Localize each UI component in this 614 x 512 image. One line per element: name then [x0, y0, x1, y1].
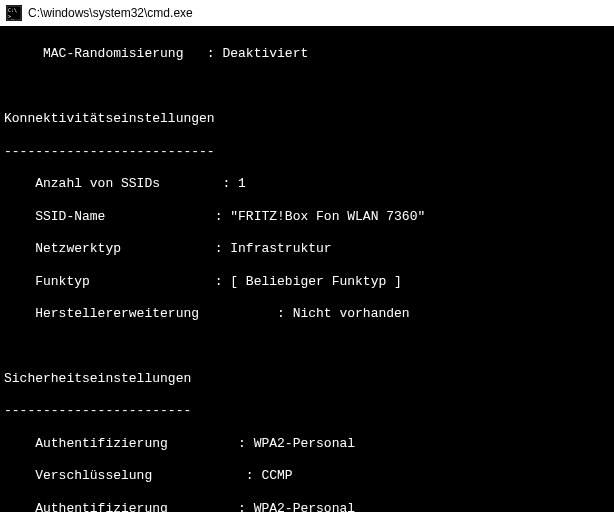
output-line: Anzahl von SSIDs : 1 — [4, 176, 610, 192]
output-line: ------------------------ — [4, 403, 610, 419]
output-line: SSID-Name : "FRITZ!Box Fon WLAN 7360" — [4, 209, 610, 225]
titlebar-title: C:\windows\system32\cmd.exe — [28, 6, 193, 20]
output-line: Funktyp : [ Beliebiger Funktyp ] — [4, 274, 610, 290]
svg-text:>_: >_ — [8, 13, 15, 20]
output-line: Authentifizierung : WPA2-Personal — [4, 501, 610, 512]
output-line — [4, 79, 610, 95]
output-line: --------------------------- — [4, 144, 610, 160]
output-line — [4, 339, 610, 355]
output-line: Verschlüsselung : CCMP — [4, 468, 610, 484]
titlebar[interactable]: C:\ >_ C:\windows\system32\cmd.exe — [0, 0, 614, 26]
terminal-output[interactable]: MAC-Randomisierung : Deaktiviert Konnekt… — [0, 26, 614, 512]
cmd-icon: C:\ >_ — [6, 5, 22, 21]
output-line: Konnektivitätseinstellungen — [4, 111, 610, 127]
output-line: Sicherheitseinstellungen — [4, 371, 610, 387]
output-line: Herstellererweiterung : Nicht vorhanden — [4, 306, 610, 322]
output-line: MAC-Randomisierung : Deaktiviert — [4, 46, 610, 62]
output-line: Authentifizierung : WPA2-Personal — [4, 436, 610, 452]
output-line: Netzwerktyp : Infrastruktur — [4, 241, 610, 257]
